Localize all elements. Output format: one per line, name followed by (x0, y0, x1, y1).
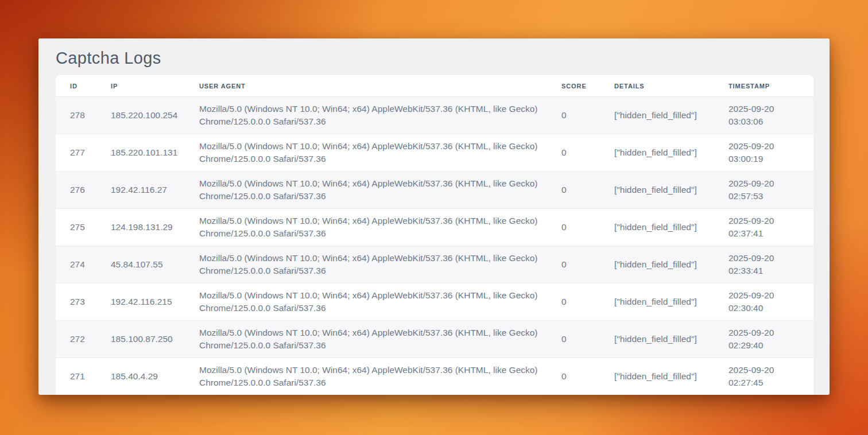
cell-user_agent: Mozilla/5.0 (Windows NT 10.0; Win64; x64… (199, 97, 561, 134)
column-header-score: SCORE (561, 75, 614, 97)
log-row-278: 278185.220.100.254Mozilla/5.0 (Windows N… (56, 97, 813, 134)
cell-score: 0 (561, 172, 614, 209)
cell-details: ["hidden_field_filled"] (614, 321, 728, 358)
cell-user_agent: Mozilla/5.0 (Windows NT 10.0; Win64; x64… (199, 209, 561, 246)
cell-score: 0 (561, 283, 614, 321)
log-row-271: 271185.40.4.29Mozilla/5.0 (Windows NT 10… (56, 358, 813, 395)
cell-ip: 185.100.87.250 (111, 321, 199, 358)
cell-details: ["hidden_field_filled"] (614, 172, 728, 209)
cell-ip: 185.220.100.254 (111, 97, 199, 134)
log-row-277: 277185.220.101.131Mozilla/5.0 (Windows N… (56, 134, 813, 172)
cell-timestamp: 2025-09-20 02:37:41 (728, 209, 813, 246)
cell-ip: 192.42.116.27 (111, 172, 199, 209)
cell-score: 0 (561, 321, 614, 358)
column-header-ip: IP (111, 75, 199, 97)
column-header-user_agent: USER AGENT (199, 75, 561, 97)
cell-score: 0 (561, 358, 614, 395)
cell-user_agent: Mozilla/5.0 (Windows NT 10.0; Win64; x64… (199, 172, 561, 209)
cell-details: ["hidden_field_filled"] (614, 97, 728, 134)
cell-details: ["hidden_field_filled"] (614, 134, 728, 172)
cell-details: ["hidden_field_filled"] (614, 246, 728, 283)
cell-score: 0 (561, 134, 614, 172)
desktop-background: { "page_title": "Captcha Logs", "colors"… (0, 0, 868, 435)
cell-timestamp: 2025-09-20 02:57:53 (728, 172, 813, 209)
cell-id: 277 (56, 134, 111, 172)
cell-score: 0 (561, 209, 614, 246)
table-body: 278185.220.100.254Mozilla/5.0 (Windows N… (56, 97, 813, 395)
table-header-row: IDIPUSER AGENTSCOREDETAILSTIMESTAMP (56, 75, 813, 97)
cell-score: 0 (561, 97, 614, 134)
log-row-275: 275124.198.131.29Mozilla/5.0 (Windows NT… (56, 209, 813, 246)
cell-id: 273 (56, 283, 111, 321)
cell-id: 271 (56, 358, 111, 395)
logs-table-card: IDIPUSER AGENTSCOREDETAILSTIMESTAMP 2781… (56, 75, 813, 395)
log-row-272: 272185.100.87.250Mozilla/5.0 (Windows NT… (56, 321, 813, 358)
cell-ip: 124.198.131.29 (111, 209, 199, 246)
cell-user_agent: Mozilla/5.0 (Windows NT 10.0; Win64; x64… (199, 134, 561, 172)
log-row-274: 27445.84.107.55Mozilla/5.0 (Windows NT 1… (56, 246, 813, 283)
table-header: IDIPUSER AGENTSCOREDETAILSTIMESTAMP (56, 75, 813, 97)
cell-timestamp: 2025-09-20 03:03:06 (728, 97, 813, 134)
log-row-276: 276192.42.116.27Mozilla/5.0 (Windows NT … (56, 172, 813, 209)
cell-user_agent: Mozilla/5.0 (Windows NT 10.0; Win64; x64… (199, 321, 561, 358)
cell-ip: 185.220.101.131 (111, 134, 199, 172)
cell-id: 272 (56, 321, 111, 358)
cell-timestamp: 2025-09-20 02:27:45 (728, 358, 813, 395)
cell-id: 278 (56, 97, 111, 134)
cell-user_agent: Mozilla/5.0 (Windows NT 10.0; Win64; x64… (199, 283, 561, 321)
cell-details: ["hidden_field_filled"] (614, 209, 728, 246)
cell-id: 274 (56, 246, 111, 283)
cell-timestamp: 2025-09-20 03:00:19 (728, 134, 813, 172)
page-title: Captcha Logs (56, 48, 830, 68)
cell-timestamp: 2025-09-20 02:29:40 (728, 321, 813, 358)
column-header-details: DETAILS (614, 75, 728, 97)
cell-ip: 185.40.4.29 (111, 358, 199, 395)
captcha-logs-table: IDIPUSER AGENTSCOREDETAILSTIMESTAMP 2781… (56, 75, 813, 395)
log-row-273: 273192.42.116.215Mozilla/5.0 (Windows NT… (56, 283, 813, 321)
cell-ip: 192.42.116.215 (111, 283, 199, 321)
column-header-id: ID (56, 75, 111, 97)
cell-details: ["hidden_field_filled"] (614, 358, 728, 395)
cell-id: 276 (56, 172, 111, 209)
column-header-timestamp: TIMESTAMP (728, 75, 813, 97)
cell-id: 275 (56, 209, 111, 246)
captcha-logs-panel: Captcha Logs IDIPUSER AGENTSCOREDETAILST… (38, 38, 830, 395)
cell-ip: 45.84.107.55 (111, 246, 199, 283)
cell-details: ["hidden_field_filled"] (614, 283, 728, 321)
cell-user_agent: Mozilla/5.0 (Windows NT 10.0; Win64; x64… (199, 358, 561, 395)
cell-user_agent: Mozilla/5.0 (Windows NT 10.0; Win64; x64… (199, 246, 561, 283)
cell-timestamp: 2025-09-20 02:30:40 (728, 283, 813, 321)
cell-score: 0 (561, 246, 614, 283)
cell-timestamp: 2025-09-20 02:33:41 (728, 246, 813, 283)
